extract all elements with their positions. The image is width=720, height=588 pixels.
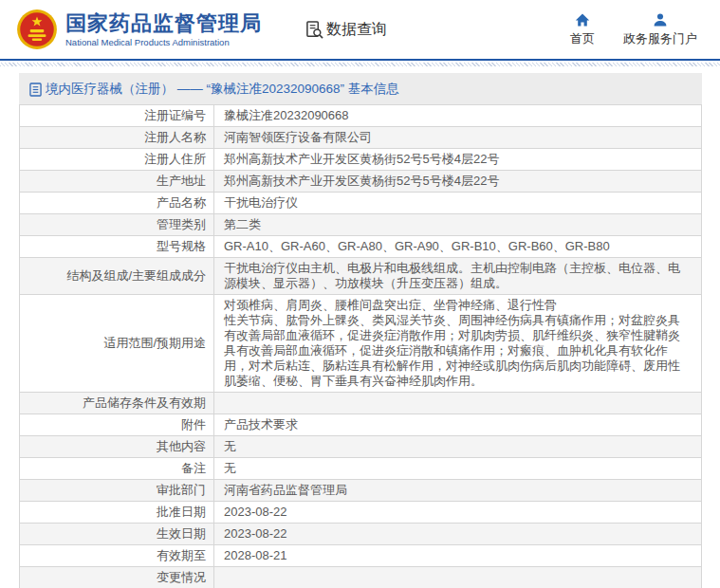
nav-item-home[interactable]: 首页	[570, 12, 595, 47]
table-row: 产品名称 干扰电治疗仪	[20, 193, 702, 214]
site-logo[interactable]: 国家药品监督管理局 National Medical Products Admi…	[15, 8, 262, 51]
row-label: 注册证编号	[20, 105, 214, 127]
row-label: 注册人住所	[20, 149, 214, 171]
org-title-block: 国家药品监督管理局 National Medical Products Admi…	[65, 12, 262, 47]
nav-item-portal[interactable]: 政务服务门户	[623, 12, 697, 47]
header-divider-line	[0, 59, 720, 61]
row-label-text: 生效日期	[157, 526, 206, 541]
row-label-text: 结构及组成/主要组成成分	[66, 268, 206, 283]
table-row: 适用范围/预期用途 对颈椎病、肩周炎、腰椎间盘突出症、坐骨神经痛、退行性骨 性关…	[20, 295, 702, 393]
nav-home-label: 首页	[570, 30, 595, 47]
document-search-icon	[305, 21, 323, 39]
row-label: 注册人名称	[20, 127, 214, 149]
row-value: GR-A10、GR-A60、GR-A80、GR-A90、GR-B10、GR-B6…	[214, 236, 702, 258]
row-label-text: 审批部门	[157, 483, 206, 497]
row-value: 河南智领医疗设备有限公司	[214, 127, 702, 149]
row-value: 2023-08-22	[214, 524, 702, 545]
person-icon	[653, 12, 668, 28]
table-row: 生效日期 2023-08-22	[20, 524, 702, 545]
table-row: 审批部门 河南省药品监督管理局	[20, 480, 702, 502]
row-label: 变更情况	[20, 567, 214, 588]
row-label-text: 变更情况	[157, 570, 206, 584]
row-label: 适用范围/预期用途	[20, 295, 214, 393]
table-row: 有效期至 2028-08-21	[20, 545, 702, 567]
row-label: 审批部门	[20, 480, 214, 502]
row-value	[214, 393, 702, 414]
row-label-text: 注册人名称	[144, 130, 206, 144]
row-label: 有效期至	[20, 545, 214, 567]
row-label-text: 管理类别	[157, 217, 206, 231]
row-value	[214, 567, 702, 588]
data-query-nav[interactable]: 数据查询	[305, 20, 387, 40]
row-value: 第二类	[214, 214, 702, 236]
row-label-text: 产品名称	[157, 195, 206, 210]
table-row: 其他内容 无	[20, 436, 702, 458]
table-row: 备注 无	[20, 458, 702, 480]
org-name-cn: 国家药品监督管理局	[65, 12, 262, 35]
national-emblem-icon	[15, 8, 59, 51]
main-content: 境内医疗器械（注册） —— “豫械注准20232090668” 基本信息 注册证…	[19, 73, 702, 588]
top-nav: 首页 政务服务门户	[570, 12, 697, 47]
org-name-en: National Medical Products Administration	[65, 37, 262, 47]
row-label-text: 附件	[181, 417, 206, 432]
row-value: 河南省药品监督管理局	[214, 480, 702, 502]
row-label: 备注	[20, 458, 214, 480]
nav-portal-label: 政务服务门户	[623, 30, 697, 47]
table-row: 注册人名称 河南智领医疗设备有限公司	[20, 127, 702, 149]
row-value: 2023-08-22	[214, 502, 702, 524]
row-label: 其他内容	[20, 436, 214, 458]
row-label-text: 有效期至	[157, 548, 206, 562]
row-label-text: 其他内容	[157, 439, 206, 453]
breadcrumb: 境内医疗器械（注册） —— “豫械注准20232090668” 基本信息	[19, 73, 702, 104]
table-row: 产品储存条件及有效期	[20, 393, 702, 414]
row-value: 干扰电治疗仪	[214, 193, 702, 214]
row-label-text: 批准日期	[157, 505, 206, 519]
row-label: 产品名称	[20, 193, 214, 214]
registration-info-table: 注册证编号 豫械注准20232090668 注册人名称 河南智领医疗设备有限公司…	[19, 104, 702, 588]
data-query-label: 数据查询	[326, 20, 387, 40]
row-label: 附件	[20, 414, 214, 436]
table-row: 结构及组成/主要组成成分 干扰电治疗仪由主机、电极片和电极线组成。主机由控制电路…	[20, 258, 702, 295]
row-label: 型号规格	[20, 236, 214, 258]
row-label-text: 适用范围/预期用途	[103, 336, 206, 350]
row-value: 郑州高新技术产业开发区黄杨街52号5号楼4层22号	[214, 171, 702, 193]
row-label: 管理类别	[20, 214, 214, 236]
row-label: 结构及组成/主要组成成分	[20, 258, 214, 295]
row-label: 生效日期	[20, 524, 214, 545]
info-table-body: 注册证编号 豫械注准20232090668 注册人名称 河南智领医疗设备有限公司…	[20, 105, 702, 588]
table-row: 型号规格 GR-A10、GR-A60、GR-A80、GR-A90、GR-B10、…	[20, 236, 702, 258]
row-label-text: 备注	[181, 461, 206, 475]
table-row: 注册人住所 郑州高新技术产业开发区黄杨街52号5号楼4层22号	[20, 149, 702, 171]
row-label-text: 注册人住所	[144, 152, 206, 166]
table-row: 变更情况	[20, 567, 702, 588]
table-row: 管理类别 第二类	[20, 214, 702, 236]
row-value: 干扰电治疗仪由主机、电极片和电极线组成。主机由控制电路（主控板、电位器、电源模块…	[214, 258, 702, 295]
row-label: 批准日期	[20, 502, 214, 524]
document-icon	[29, 83, 42, 97]
table-row: 生产地址 郑州高新技术产业开发区黄杨街52号5号楼4层22号	[20, 171, 702, 193]
row-label: 生产地址	[20, 171, 214, 193]
site-header: 国家药品监督管理局 National Medical Products Admi…	[0, 0, 720, 59]
table-row: 附件 产品技术要求	[20, 414, 702, 436]
row-value: 2028-08-21	[214, 545, 702, 567]
row-label-text: 型号规格	[157, 239, 206, 253]
breadcrumb-text: 境内医疗器械（注册） —— “豫械注准20232090668” 基本信息	[46, 81, 399, 98]
row-value: 对颈椎病、肩周炎、腰椎间盘突出症、坐骨神经痛、退行性骨 性关节病、肱骨外上髁炎、…	[214, 295, 702, 393]
table-row: 批准日期 2023-08-22	[20, 502, 702, 524]
row-value: 无	[214, 458, 702, 480]
row-value: 产品技术要求	[214, 414, 702, 436]
row-value: 郑州高新技术产业开发区黄杨街52号5号楼4层22号	[214, 149, 702, 171]
row-label-text: 生产地址	[157, 174, 206, 188]
header-hatch-line	[0, 63, 720, 66]
home-icon	[575, 12, 590, 28]
table-row: 注册证编号 豫械注准20232090668	[20, 105, 702, 127]
row-value: 豫械注准20232090668	[214, 105, 702, 127]
row-label-text: 产品储存条件及有效期	[83, 395, 206, 410]
row-label: 产品储存条件及有效期	[20, 393, 214, 414]
row-label-text: 注册证编号	[144, 108, 206, 122]
row-value: 无	[214, 436, 702, 458]
